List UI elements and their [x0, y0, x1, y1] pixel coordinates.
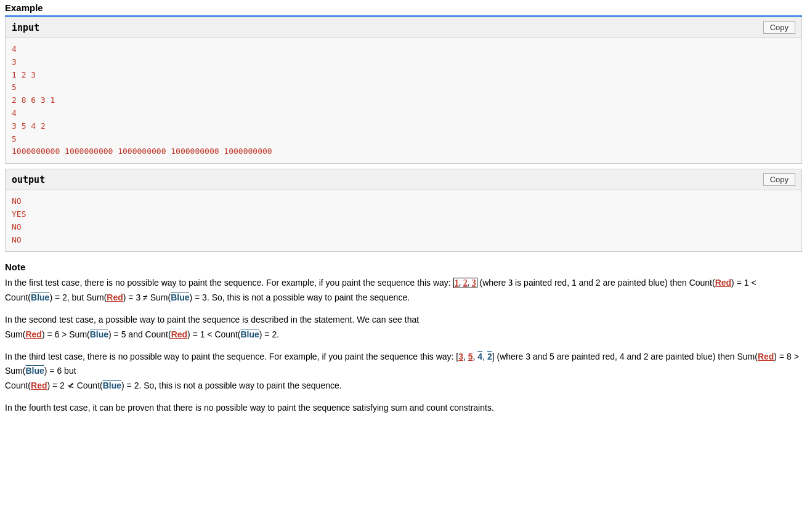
output-line-3: NO [12, 221, 795, 234]
section-title: Example [5, 0, 802, 17]
note-paragraph-1: In the first test case, there is no poss… [5, 276, 802, 305]
input-line-1: 4 [12, 43, 795, 56]
input-block: input Copy 4 3 1 2 3 5 2 8 6 3 1 4 3 5 4… [5, 17, 802, 164]
note-paragraph-2: In the second test case, a possible way … [5, 313, 802, 342]
note-paragraph-4: In the fourth test case, it can be prove… [5, 401, 802, 416]
input-line-2: 3 [12, 56, 795, 69]
input-line-8: 5 [12, 133, 795, 146]
input-line-7: 3 5 4 2 [12, 120, 795, 133]
note-paragraph-3: In the third test case, there is no poss… [5, 350, 802, 393]
input-copy-button[interactable]: Copy [763, 21, 795, 34]
output-line-1: NO [12, 195, 795, 208]
output-header: output Copy [6, 169, 801, 190]
output-copy-button[interactable]: Copy [763, 173, 795, 186]
note-section: Note In the first test case, there is no… [5, 257, 802, 427]
input-line-3: 1 2 3 [12, 69, 795, 82]
input-line-5: 2 8 6 3 1 [12, 94, 795, 107]
input-line-6: 4 [12, 107, 795, 120]
note-title: Note [5, 262, 802, 272]
output-line-2: YES [12, 208, 795, 221]
output-block: output Copy NO YES NO NO [5, 169, 802, 252]
input-content: 4 3 1 2 3 5 2 8 6 3 1 4 3 5 4 2 5 100000… [6, 38, 801, 163]
output-content: NO YES NO NO [6, 190, 801, 251]
boxed-sequence-1: 1, 2, 3 [453, 278, 477, 288]
output-line-4: NO [12, 234, 795, 247]
input-line-9: 1000000000 1000000000 1000000000 1000000… [12, 145, 795, 158]
input-label: input [12, 22, 39, 33]
output-label: output [12, 174, 45, 185]
input-line-4: 5 [12, 81, 795, 94]
input-header: input Copy [6, 17, 801, 38]
